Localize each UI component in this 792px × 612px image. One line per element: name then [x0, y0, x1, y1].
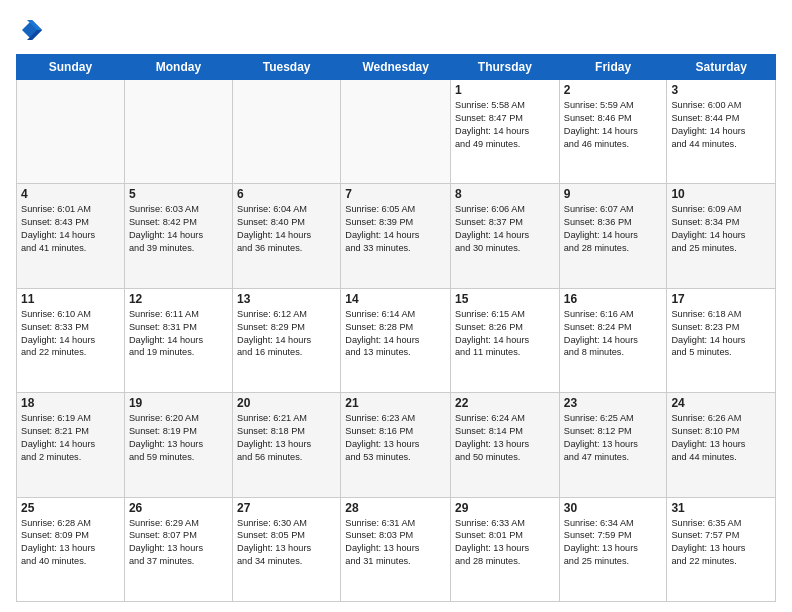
day-info: Sunrise: 6:00 AMSunset: 8:44 PMDaylight:…	[671, 99, 771, 151]
day-number: 6	[237, 187, 336, 201]
calendar-cell: 22Sunrise: 6:24 AMSunset: 8:14 PMDayligh…	[451, 393, 560, 497]
calendar-cell: 26Sunrise: 6:29 AMSunset: 8:07 PMDayligh…	[124, 497, 232, 601]
calendar-header-tuesday: Tuesday	[233, 55, 341, 80]
day-info: Sunrise: 6:14 AMSunset: 8:28 PMDaylight:…	[345, 308, 446, 360]
calendar-cell: 9Sunrise: 6:07 AMSunset: 8:36 PMDaylight…	[559, 184, 667, 288]
calendar-cell	[124, 80, 232, 184]
day-number: 27	[237, 501, 336, 515]
calendar-header-thursday: Thursday	[451, 55, 560, 80]
day-info: Sunrise: 5:59 AMSunset: 8:46 PMDaylight:…	[564, 99, 663, 151]
calendar-cell: 10Sunrise: 6:09 AMSunset: 8:34 PMDayligh…	[667, 184, 776, 288]
day-info: Sunrise: 6:20 AMSunset: 8:19 PMDaylight:…	[129, 412, 228, 464]
calendar-cell: 17Sunrise: 6:18 AMSunset: 8:23 PMDayligh…	[667, 288, 776, 392]
day-number: 2	[564, 83, 663, 97]
calendar-cell: 3Sunrise: 6:00 AMSunset: 8:44 PMDaylight…	[667, 80, 776, 184]
day-info: Sunrise: 6:29 AMSunset: 8:07 PMDaylight:…	[129, 517, 228, 569]
page: SundayMondayTuesdayWednesdayThursdayFrid…	[0, 0, 792, 612]
day-info: Sunrise: 6:06 AMSunset: 8:37 PMDaylight:…	[455, 203, 555, 255]
calendar-cell: 27Sunrise: 6:30 AMSunset: 8:05 PMDayligh…	[233, 497, 341, 601]
calendar-header-wednesday: Wednesday	[341, 55, 451, 80]
calendar-cell: 12Sunrise: 6:11 AMSunset: 8:31 PMDayligh…	[124, 288, 232, 392]
calendar-cell: 25Sunrise: 6:28 AMSunset: 8:09 PMDayligh…	[17, 497, 125, 601]
calendar-cell: 6Sunrise: 6:04 AMSunset: 8:40 PMDaylight…	[233, 184, 341, 288]
day-info: Sunrise: 6:10 AMSunset: 8:33 PMDaylight:…	[21, 308, 120, 360]
day-info: Sunrise: 6:34 AMSunset: 7:59 PMDaylight:…	[564, 517, 663, 569]
header	[16, 16, 776, 44]
day-info: Sunrise: 6:09 AMSunset: 8:34 PMDaylight:…	[671, 203, 771, 255]
day-info: Sunrise: 6:31 AMSunset: 8:03 PMDaylight:…	[345, 517, 446, 569]
day-info: Sunrise: 6:11 AMSunset: 8:31 PMDaylight:…	[129, 308, 228, 360]
day-number: 29	[455, 501, 555, 515]
calendar-cell: 4Sunrise: 6:01 AMSunset: 8:43 PMDaylight…	[17, 184, 125, 288]
day-number: 15	[455, 292, 555, 306]
day-info: Sunrise: 6:23 AMSunset: 8:16 PMDaylight:…	[345, 412, 446, 464]
day-number: 9	[564, 187, 663, 201]
day-number: 31	[671, 501, 771, 515]
calendar-header-row: SundayMondayTuesdayWednesdayThursdayFrid…	[17, 55, 776, 80]
day-info: Sunrise: 6:16 AMSunset: 8:24 PMDaylight:…	[564, 308, 663, 360]
day-info: Sunrise: 6:35 AMSunset: 7:57 PMDaylight:…	[671, 517, 771, 569]
day-number: 19	[129, 396, 228, 410]
day-number: 12	[129, 292, 228, 306]
day-number: 11	[21, 292, 120, 306]
calendar-cell: 19Sunrise: 6:20 AMSunset: 8:19 PMDayligh…	[124, 393, 232, 497]
day-info: Sunrise: 6:21 AMSunset: 8:18 PMDaylight:…	[237, 412, 336, 464]
day-number: 3	[671, 83, 771, 97]
calendar-cell: 7Sunrise: 6:05 AMSunset: 8:39 PMDaylight…	[341, 184, 451, 288]
calendar-cell: 15Sunrise: 6:15 AMSunset: 8:26 PMDayligh…	[451, 288, 560, 392]
day-info: Sunrise: 5:58 AMSunset: 8:47 PMDaylight:…	[455, 99, 555, 151]
day-number: 7	[345, 187, 446, 201]
day-info: Sunrise: 6:19 AMSunset: 8:21 PMDaylight:…	[21, 412, 120, 464]
day-number: 18	[21, 396, 120, 410]
calendar-cell: 13Sunrise: 6:12 AMSunset: 8:29 PMDayligh…	[233, 288, 341, 392]
day-number: 30	[564, 501, 663, 515]
day-info: Sunrise: 6:03 AMSunset: 8:42 PMDaylight:…	[129, 203, 228, 255]
day-info: Sunrise: 6:30 AMSunset: 8:05 PMDaylight:…	[237, 517, 336, 569]
day-info: Sunrise: 6:07 AMSunset: 8:36 PMDaylight:…	[564, 203, 663, 255]
day-number: 25	[21, 501, 120, 515]
calendar: SundayMondayTuesdayWednesdayThursdayFrid…	[16, 54, 776, 602]
day-info: Sunrise: 6:24 AMSunset: 8:14 PMDaylight:…	[455, 412, 555, 464]
day-number: 24	[671, 396, 771, 410]
calendar-week-row: 1Sunrise: 5:58 AMSunset: 8:47 PMDaylight…	[17, 80, 776, 184]
calendar-cell: 20Sunrise: 6:21 AMSunset: 8:18 PMDayligh…	[233, 393, 341, 497]
day-number: 26	[129, 501, 228, 515]
calendar-header-monday: Monday	[124, 55, 232, 80]
calendar-cell: 18Sunrise: 6:19 AMSunset: 8:21 PMDayligh…	[17, 393, 125, 497]
day-info: Sunrise: 6:18 AMSunset: 8:23 PMDaylight:…	[671, 308, 771, 360]
day-number: 28	[345, 501, 446, 515]
day-info: Sunrise: 6:01 AMSunset: 8:43 PMDaylight:…	[21, 203, 120, 255]
day-info: Sunrise: 6:33 AMSunset: 8:01 PMDaylight:…	[455, 517, 555, 569]
day-info: Sunrise: 6:26 AMSunset: 8:10 PMDaylight:…	[671, 412, 771, 464]
calendar-cell	[341, 80, 451, 184]
calendar-cell: 28Sunrise: 6:31 AMSunset: 8:03 PMDayligh…	[341, 497, 451, 601]
day-number: 16	[564, 292, 663, 306]
day-number: 8	[455, 187, 555, 201]
day-number: 14	[345, 292, 446, 306]
day-number: 13	[237, 292, 336, 306]
day-number: 1	[455, 83, 555, 97]
day-number: 4	[21, 187, 120, 201]
calendar-header-saturday: Saturday	[667, 55, 776, 80]
day-number: 21	[345, 396, 446, 410]
calendar-cell: 30Sunrise: 6:34 AMSunset: 7:59 PMDayligh…	[559, 497, 667, 601]
logo	[16, 16, 48, 44]
calendar-cell: 31Sunrise: 6:35 AMSunset: 7:57 PMDayligh…	[667, 497, 776, 601]
logo-icon	[16, 16, 44, 44]
day-number: 22	[455, 396, 555, 410]
calendar-cell: 11Sunrise: 6:10 AMSunset: 8:33 PMDayligh…	[17, 288, 125, 392]
calendar-week-row: 25Sunrise: 6:28 AMSunset: 8:09 PMDayligh…	[17, 497, 776, 601]
day-info: Sunrise: 6:28 AMSunset: 8:09 PMDaylight:…	[21, 517, 120, 569]
day-info: Sunrise: 6:05 AMSunset: 8:39 PMDaylight:…	[345, 203, 446, 255]
calendar-cell: 8Sunrise: 6:06 AMSunset: 8:37 PMDaylight…	[451, 184, 560, 288]
calendar-header-sunday: Sunday	[17, 55, 125, 80]
calendar-cell: 29Sunrise: 6:33 AMSunset: 8:01 PMDayligh…	[451, 497, 560, 601]
day-info: Sunrise: 6:15 AMSunset: 8:26 PMDaylight:…	[455, 308, 555, 360]
day-info: Sunrise: 6:12 AMSunset: 8:29 PMDaylight:…	[237, 308, 336, 360]
calendar-cell	[17, 80, 125, 184]
calendar-cell: 1Sunrise: 5:58 AMSunset: 8:47 PMDaylight…	[451, 80, 560, 184]
calendar-week-row: 4Sunrise: 6:01 AMSunset: 8:43 PMDaylight…	[17, 184, 776, 288]
calendar-cell: 5Sunrise: 6:03 AMSunset: 8:42 PMDaylight…	[124, 184, 232, 288]
calendar-cell: 23Sunrise: 6:25 AMSunset: 8:12 PMDayligh…	[559, 393, 667, 497]
calendar-cell: 2Sunrise: 5:59 AMSunset: 8:46 PMDaylight…	[559, 80, 667, 184]
